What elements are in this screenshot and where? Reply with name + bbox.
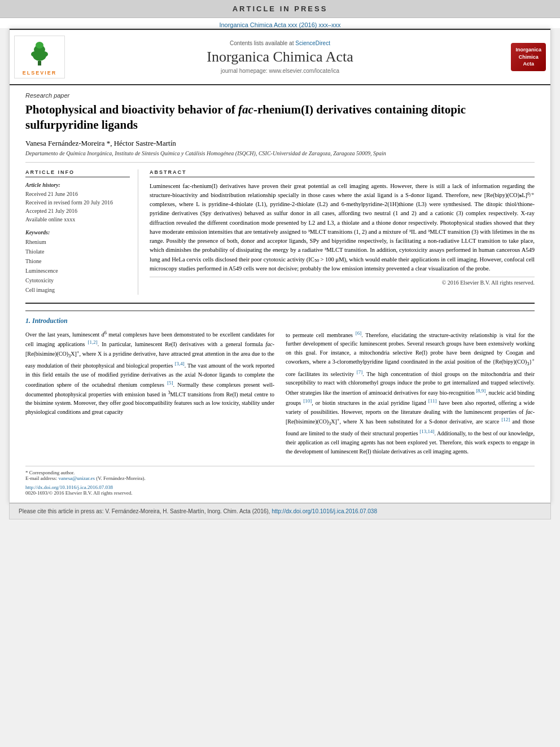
journal-header: ELSEVIER Contents lists available at Sci…: [10, 29, 550, 85]
corresponding-label: * Corresponding author.: [25, 470, 75, 475]
svg-rect-0: [38, 61, 41, 65]
keywords-label: Keywords:: [25, 229, 130, 235]
ica-logo-line3: Acta: [515, 60, 541, 68]
article-info-label: ARTICLE INFO: [25, 169, 130, 177]
intro-right-para1: to permeate cell membranes [6]. Therefor…: [286, 330, 535, 456]
journal-title: Inorganica Chimica Acta: [71, 49, 489, 65]
citation-text: Please cite this article in press as: V.…: [19, 508, 270, 514]
intro-left-column: Over the last years, luminescent d6 meta…: [25, 330, 274, 461]
svg-point-3: [36, 42, 43, 49]
sciencedirect-line: Contents lists available at ScienceDirec…: [71, 40, 489, 46]
ref-11[interactable]: [11]: [428, 398, 437, 404]
ref-8-9[interactable]: [8,9]: [476, 388, 485, 394]
abstract-column: ABSTRACT Luminescent fac-rhenium(I) deri…: [150, 169, 535, 295]
sciencedirect-prefix: Contents lists available at: [230, 40, 294, 46]
article-info-column: ARTICLE INFO Article history: Received 2…: [25, 169, 138, 295]
introduction-body: Over the last years, luminescent d6 meta…: [25, 330, 535, 461]
email-label: E-mail address:: [25, 475, 57, 481]
citation-doi-link[interactable]: http://dx.doi.org/10.1016/j.ica.2016.07.…: [272, 508, 377, 514]
journal-homepage: journal homepage: www.elsevier.com/locat…: [71, 68, 489, 74]
elsevier-label: ELSEVIER: [17, 70, 62, 76]
ref-12[interactable]: [12]: [501, 417, 510, 422]
ica-logo-line2: Chimica: [515, 54, 541, 61]
keyword-4: Luminescence: [25, 266, 130, 276]
copyright-line: © 2016 Elsevier B.V. All rights reserved…: [150, 277, 535, 286]
ref-3-4[interactable]: [3,4]: [174, 361, 184, 366]
keywords-list: Rhenium Thiolate Thione Luminescence Cyt…: [25, 237, 130, 295]
keyword-2: Thiolate: [25, 247, 130, 256]
article-info-abstract-section: ARTICLE INFO Article history: Received 2…: [25, 169, 535, 295]
ref-13-14[interactable]: [13,14]: [419, 429, 434, 434]
doi-header-text: Inorganica Chimica Acta xxx (2016) xxx–x…: [219, 21, 340, 28]
ref-7[interactable]: [7]: [357, 369, 363, 375]
doi-header-line: Inorganica Chimica Acta xxx (2016) xxx–x…: [0, 18, 560, 28]
authors-text: Vanesa Fernández-Moreira *, Héctor Sastr…: [25, 139, 176, 147]
elsevier-logo: ELSEVIER: [14, 36, 65, 78]
title-part1: Photophysical and bioactivity behavior o…: [25, 103, 238, 116]
affiliation: Departamento de Química Inorgánica, Inst…: [25, 150, 535, 163]
keyword-3: Thione: [25, 256, 130, 266]
doi-link[interactable]: http://dx.doi.org/10.1016/j.ica.2016.07.…: [25, 484, 113, 490]
ref-6[interactable]: [6]: [356, 330, 362, 336]
banner-text: ARTICLE IN PRESS: [233, 5, 328, 13]
ref-1-2[interactable]: [1,2]: [88, 339, 98, 345]
footnote-area: * Corresponding author. E-mail address: …: [25, 466, 535, 496]
keyword-6: Cell imaging: [25, 285, 130, 295]
authors: Vanesa Fernández-Moreira *, Héctor Sastr…: [25, 139, 535, 148]
article-title: Photophysical and bioactivity behavior o…: [25, 102, 535, 133]
intro-left-para1: Over the last years, luminescent d6 meta…: [25, 330, 274, 417]
svg-point-4: [31, 51, 39, 57]
section-divider: [25, 303, 535, 304]
keyword-1: Rhenium: [25, 237, 130, 247]
ref-10[interactable]: [10]: [303, 398, 312, 404]
journal-center-info: Contents lists available at ScienceDirec…: [65, 40, 495, 74]
keyword-5: Cytotoxicity: [25, 276, 130, 285]
email-line: E-mail address: vanesa@unizar.es (V. Fer…: [25, 475, 535, 481]
ica-logo-box: Inorganica Chimica Acta: [511, 43, 546, 71]
section-number: 1.: [25, 317, 30, 325]
svg-point-5: [40, 51, 48, 57]
intro-right-column: to permeate cell membranes [6]. Therefor…: [286, 330, 535, 461]
ref-5[interactable]: [5]: [167, 380, 173, 386]
ica-logo-line1: Inorganica: [515, 46, 541, 54]
title-italic: fac: [238, 103, 253, 116]
elsevier-tree-icon: [23, 38, 56, 67]
section-title: Introduction: [32, 317, 68, 325]
paper-type-label: Research paper: [25, 92, 535, 99]
received-date: Received 21 June 2016 Received in revise…: [25, 190, 130, 224]
main-page: ELSEVIER Contents lists available at Sci…: [9, 28, 551, 503]
issn-line: 0020-1693/© 2016 Elsevier B.V. All right…: [25, 490, 535, 496]
history-label: Article history:: [25, 182, 130, 188]
bottom-citation-bar: Please cite this article in press as: V.…: [9, 503, 551, 519]
content-area: Research paper Photophysical and bioacti…: [10, 85, 550, 503]
abstract-label: ABSTRACT: [150, 169, 535, 177]
introduction-header: 1. Introduction: [25, 317, 535, 325]
abstract-text: Luminescent fac-rhenium(I) derivatives h…: [150, 182, 535, 274]
article-in-press-banner: ARTICLE IN PRESS: [0, 0, 560, 18]
introduction-section: 1. Introduction Over the last years, lum…: [25, 311, 535, 496]
sciencedirect-link[interactable]: ScienceDirect: [295, 40, 330, 46]
ica-logo: Inorganica Chimica Acta: [495, 43, 546, 71]
email-attribution: (V. Fernández-Moreira).: [96, 475, 146, 481]
email-link[interactable]: vanesa@unizar.es: [58, 475, 95, 481]
corresponding-author: * Corresponding author.: [25, 470, 535, 475]
